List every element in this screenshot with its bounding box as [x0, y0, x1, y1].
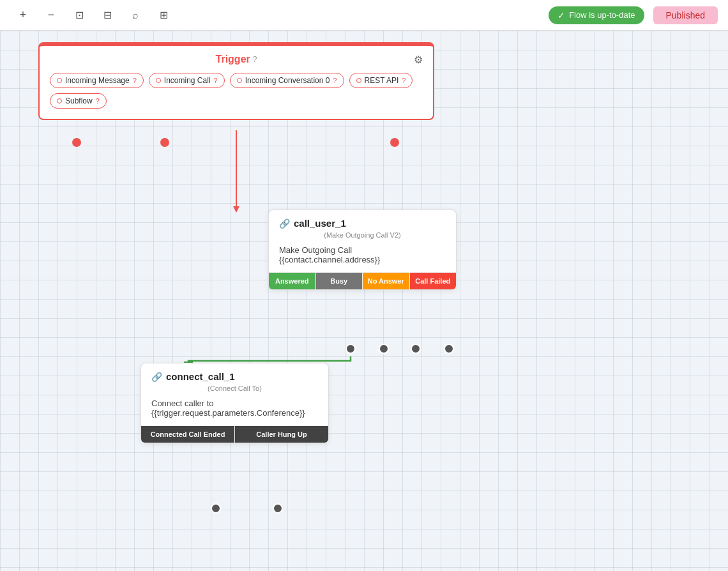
- output-tab-busy[interactable]: Busy: [316, 273, 363, 289]
- call-node-header: 🔗 call_user_1 (Make Outgoing Call V2): [269, 210, 456, 239]
- call-node-name: call_user_1: [294, 218, 346, 229]
- connect-node-title: 🔗 connect_call_1: [151, 371, 318, 382]
- grid-button[interactable]: ⊞: [151, 4, 176, 27]
- trigger-node: Trigger ? ⚙ Incoming Message ? Incoming …: [38, 42, 434, 120]
- svg-point-5: [390, 138, 399, 147]
- trigger-tab-subflow[interactable]: Subflow ?: [50, 93, 107, 109]
- output-tab-answered[interactable]: Answered: [269, 273, 316, 289]
- flow-canvas: Trigger ? ⚙ Incoming Message ? Incoming …: [0, 31, 728, 571]
- svg-point-8: [379, 344, 388, 353]
- connect-node-outputs: Connected Call Ended Caller Hung Up: [141, 425, 328, 443]
- trigger-tab-incoming-conversation[interactable]: Incoming Conversation 0 ?: [230, 73, 344, 88]
- connect-call-node: 🔗 connect_call_1 (Connect Call To) Conne…: [140, 363, 329, 443]
- toolbar: + − ⊡ ⊟ ⌕ ⊞ ✓ Flow is up-to-date Publish…: [0, 0, 728, 31]
- trigger-tab-incoming-message[interactable]: Incoming Message ?: [50, 73, 144, 88]
- tab-help-incoming-call[interactable]: ?: [214, 77, 218, 84]
- trigger-tab-rest-api[interactable]: REST API ?: [349, 73, 413, 88]
- svg-point-7: [346, 344, 355, 353]
- tab-label-rest-api: REST API: [365, 76, 399, 85]
- trigger-title: Trigger: [216, 54, 250, 65]
- zoom-in-button[interactable]: +: [10, 4, 36, 27]
- bookmark-button[interactable]: ⊟: [95, 4, 120, 27]
- output-tab-connected-call-ended[interactable]: Connected Call Ended: [141, 426, 235, 443]
- tab-dot-incoming-call: [156, 78, 161, 83]
- tab-label-incoming-conversation: Incoming Conversation 0: [245, 76, 330, 85]
- connect-node-body: Connect caller to{{trigger.request.param…: [141, 395, 328, 425]
- svg-point-10: [444, 344, 453, 353]
- tab-help-incoming-conversation[interactable]: ?: [333, 77, 337, 84]
- svg-point-4: [160, 138, 169, 147]
- tab-help-subflow[interactable]: ?: [96, 97, 100, 105]
- check-icon: ✓: [557, 10, 565, 20]
- tab-label-incoming-call: Incoming Call: [164, 76, 211, 85]
- tab-help-incoming-message[interactable]: ?: [133, 77, 137, 84]
- trigger-settings-icon[interactable]: ⚙: [414, 54, 423, 66]
- tab-dot-subflow: [57, 98, 62, 103]
- call-user-node: 🔗 call_user_1 (Make Outgoing Call V2) Ma…: [268, 209, 457, 290]
- call-node-title: 🔗 call_user_1: [279, 218, 446, 229]
- call-node-body: Make Outgoing Call{{contact.channel.addr…: [269, 241, 456, 272]
- svg-point-13: [273, 504, 282, 513]
- connect-node-header: 🔗 connect_call_1 (Connect Call To): [141, 363, 328, 392]
- call-link-icon: 🔗: [279, 218, 290, 229]
- svg-marker-2: [233, 206, 239, 213]
- search-button[interactable]: ⌕: [123, 4, 148, 27]
- flow-status-badge: ✓ Flow is up-to-date: [549, 6, 644, 24]
- connect-node-subtitle: (Connect Call To): [151, 384, 318, 392]
- call-node-subtitle: (Make Outgoing Call V2): [279, 231, 446, 239]
- output-tab-call-failed[interactable]: Call Failed: [410, 273, 457, 289]
- connect-node-name: connect_call_1: [166, 371, 235, 382]
- tab-label-subflow: Subflow: [65, 96, 93, 105]
- svg-point-3: [72, 138, 81, 147]
- output-tab-caller-hung-up[interactable]: Caller Hung Up: [235, 426, 328, 443]
- trigger-tab-incoming-call[interactable]: Incoming Call ?: [149, 73, 225, 88]
- trigger-tabs: Incoming Message ? Incoming Call ? Incom…: [50, 73, 423, 109]
- call-node-outputs: Answered Busy No Answer Call Failed: [269, 272, 456, 289]
- trigger-help-icon[interactable]: ?: [253, 55, 257, 64]
- tab-dot-incoming-conversation: [237, 78, 242, 83]
- tab-dot-incoming-message: [57, 78, 62, 83]
- zoom-out-button[interactable]: −: [38, 4, 64, 27]
- tab-label-incoming-message: Incoming Message: [65, 76, 130, 85]
- tab-dot-rest-api: [356, 78, 361, 83]
- tab-help-rest-api[interactable]: ?: [402, 77, 406, 84]
- svg-point-12: [211, 504, 220, 513]
- svg-point-9: [411, 344, 420, 353]
- published-button[interactable]: Published: [653, 6, 718, 24]
- trigger-header: Trigger ? ⚙: [50, 54, 423, 65]
- connect-link-icon: 🔗: [151, 372, 162, 382]
- fit-button[interactable]: ⊡: [66, 4, 92, 27]
- output-tab-no-answer[interactable]: No Answer: [363, 273, 410, 289]
- flow-status-label: Flow is up-to-date: [569, 10, 635, 20]
